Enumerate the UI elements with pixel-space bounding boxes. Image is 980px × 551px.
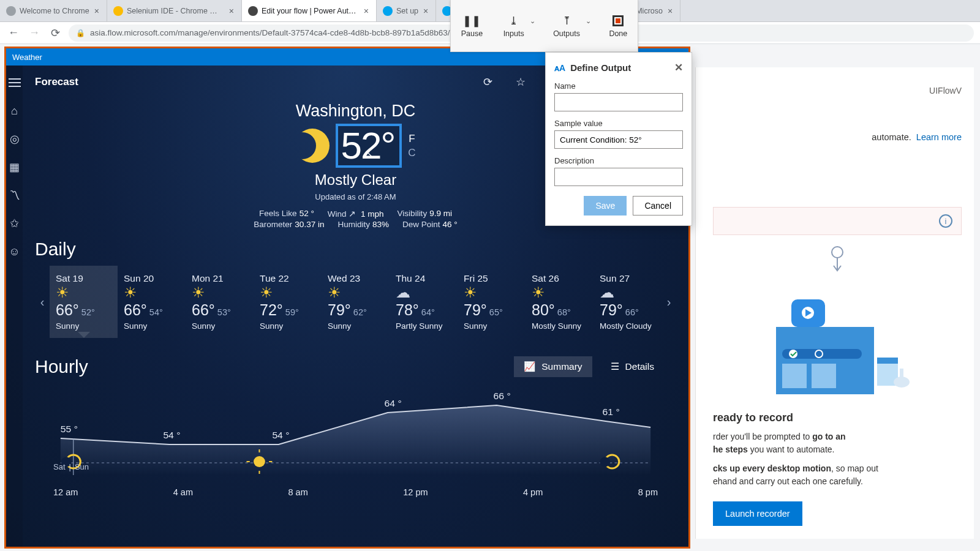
pause-button[interactable]: ❚❚ Pause <box>461 14 483 38</box>
sample-input[interactable] <box>554 130 683 149</box>
tab-close-icon[interactable]: × <box>666 6 674 16</box>
svg-rect-18 <box>782 364 807 388</box>
sun-icon: ☀ <box>464 284 477 301</box>
sun-icon: ☀ <box>532 284 545 301</box>
daily-card[interactable]: Sun 27☁79°66°Mostly Cloudy <box>594 266 662 338</box>
daily-prev[interactable]: ‹ <box>35 295 50 309</box>
current-temperature[interactable]: 52° ↖ <box>336 124 402 168</box>
svg-text:61 °: 61 ° <box>603 407 620 417</box>
name-label: Name <box>554 81 683 91</box>
daily-card[interactable]: Tue 22☀72°59°Sunny <box>254 266 322 338</box>
ready-p1: rder you'll be prompted to go to anhe st… <box>713 430 962 456</box>
daily-heading: Daily <box>35 239 676 260</box>
moon-large-icon <box>295 129 330 163</box>
menu-icon[interactable] <box>7 75 22 90</box>
day-divider: Sat|Sun <box>53 462 89 471</box>
outputs-button[interactable]: ⤒ Outputs ⌄ <box>553 14 580 38</box>
reload-button[interactable]: ⟳ <box>48 26 62 40</box>
define-output-dialog: ᴀA Define Output ✕ Name Sample value Des… <box>545 52 692 226</box>
close-icon[interactable]: ✕ <box>674 61 683 74</box>
hour-label: 12 am <box>53 487 78 497</box>
output-icon: ᴀA <box>554 63 565 73</box>
daily-card[interactable]: Sun 20☀66°54°Sunny <box>118 266 186 338</box>
description-input[interactable] <box>554 168 683 186</box>
power-automate-panel: UIFlowV automate. Learn more i ready t <box>695 67 974 539</box>
daily-card[interactable]: Sat 26☀80°68°Mostly Sunny <box>526 266 594 338</box>
chevron-down-icon: ⌄ <box>530 17 535 25</box>
sample-label: Sample value <box>554 119 683 128</box>
sun-icon: ☀ <box>124 284 137 301</box>
page-title: Forecast <box>35 76 78 88</box>
recorder-toolbar: ❚❚ Pause ⤓ Inputs ⌄ ⤒ Outputs ⌄ Done <box>450 0 638 52</box>
favicon-icon <box>6 6 16 16</box>
svg-text:64 °: 64 ° <box>385 398 402 408</box>
svg-rect-19 <box>812 364 836 388</box>
hour-label: 4 pm <box>523 487 543 497</box>
cancel-button[interactable]: Cancel <box>633 196 683 216</box>
feedback-icon[interactable]: ☺ <box>7 244 22 259</box>
learn-more-link[interactable]: Learn more <box>916 132 962 142</box>
svg-text:66 °: 66 ° <box>494 391 511 401</box>
svg-text:54 °: 54 ° <box>272 430 289 440</box>
favicon-icon <box>383 6 393 16</box>
outputs-icon: ⤒ <box>562 14 571 28</box>
tab-close-icon[interactable]: × <box>422 6 429 16</box>
hour-label: 8 am <box>288 487 308 497</box>
cloud-icon: ☁ <box>396 284 410 301</box>
launch-recorder-button[interactable]: Launch recorder <box>713 501 802 526</box>
info-icon[interactable]: i <box>939 214 952 228</box>
daily-forecast: ‹ Sat 19☀66°52°SunnySun 20☀66°54°SunnyMo… <box>35 266 676 338</box>
tab-close-icon[interactable]: × <box>228 6 235 16</box>
calendar-icon[interactable]: ▦ <box>7 160 22 174</box>
trend-icon[interactable]: 〽 <box>7 188 22 203</box>
ready-heading: ready to record <box>713 411 962 424</box>
stop-icon <box>612 14 624 28</box>
svg-rect-28 <box>900 369 903 382</box>
browser-tab[interactable]: Selenium IDE - Chrome Web Sto× <box>107 0 242 21</box>
inputs-button[interactable]: ⤓ Inputs ⌄ <box>503 14 524 38</box>
name-input[interactable] <box>554 93 683 111</box>
browser-tab[interactable]: Welcome to Chrome× <box>0 0 107 21</box>
sun-icon: ☀ <box>260 284 273 301</box>
daily-card[interactable]: Mon 21☀66°53°Sunny <box>186 266 254 338</box>
daily-card[interactable]: Sat 19☀66°52°Sunny <box>50 266 118 338</box>
tab-close-icon[interactable]: × <box>93 6 100 16</box>
info-banner: i <box>713 207 962 235</box>
svg-point-21 <box>789 350 797 358</box>
browser-tab[interactable]: Set up× <box>377 0 436 21</box>
home-icon[interactable]: ⌂ <box>7 103 22 118</box>
hourly-chart: 55 ° 54 ° 54 ° 64 ° 66 ° 61 ° Sat|Sun <box>35 383 676 487</box>
chevron-down-icon: ⌄ <box>586 17 591 25</box>
hour-label: 4 am <box>173 487 193 497</box>
sun-icon: ☀ <box>56 284 69 301</box>
description-label: Description <box>554 156 683 165</box>
hour-label: 12 pm <box>403 487 428 497</box>
back-button[interactable]: ← <box>6 26 21 40</box>
forward-button[interactable]: → <box>27 26 42 40</box>
daily-card[interactable]: Fri 25☀79°65°Sunny <box>458 266 526 338</box>
svg-point-15 <box>832 247 843 258</box>
details-button[interactable]: ☰Details <box>601 356 664 377</box>
daily-card[interactable]: Thu 24☁78°64°Partly Sunny <box>390 266 458 338</box>
unit-toggle[interactable]: F C <box>408 133 415 159</box>
page-body: Weather ⌂ ◎ ▦ 〽 ✩ ☺ Forecast ⟳ ☆ ⚲ ☽ <box>0 44 980 551</box>
weather-sidebar: ⌂ ◎ ▦ 〽 ✩ ☺ <box>6 66 23 547</box>
done-button[interactable]: Done <box>609 14 627 38</box>
chart-icon: 📈 <box>524 361 535 372</box>
tab-close-icon[interactable]: × <box>363 6 370 16</box>
favorites-icon[interactable]: ✩ <box>7 216 22 231</box>
refresh-icon[interactable]: ⟳ <box>476 70 499 94</box>
star-icon[interactable]: ☆ <box>509 70 532 94</box>
save-button[interactable]: Save <box>584 196 627 216</box>
daily-next[interactable]: › <box>662 295 676 309</box>
sun-icon: ☀ <box>192 284 205 301</box>
inputs-icon: ⤓ <box>509 14 518 28</box>
environment-name: UIFlowV <box>713 86 962 96</box>
radar-icon[interactable]: ◎ <box>7 132 22 146</box>
illustration <box>713 290 962 400</box>
daily-card[interactable]: Wed 23☀79°62°Sunny <box>322 266 390 338</box>
summary-button[interactable]: 📈Summary <box>514 356 592 377</box>
svg-point-9 <box>254 456 265 467</box>
browser-tab[interactable]: Edit your flow | Power Automate× <box>242 0 377 21</box>
favicon-icon <box>113 6 123 16</box>
